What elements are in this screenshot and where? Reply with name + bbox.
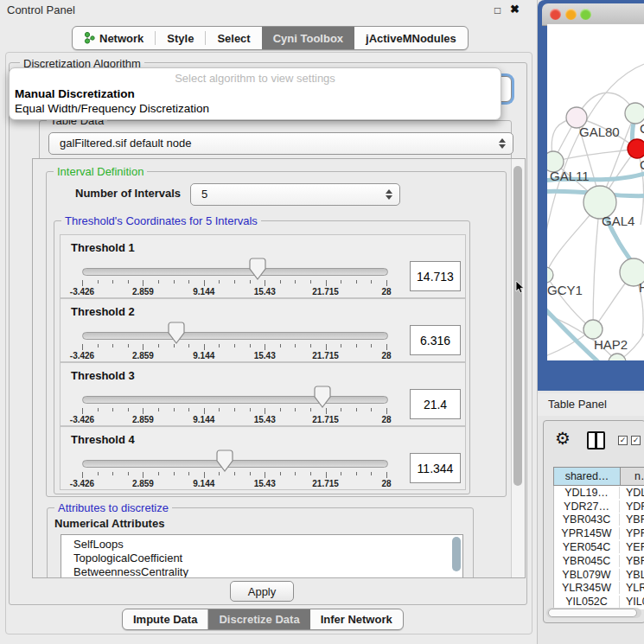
threshold-slider-handle[interactable] (168, 322, 185, 344)
threshold-slider-track[interactable] (82, 332, 388, 340)
tab-discretize-data[interactable]: Discretize Data (208, 609, 309, 629)
network-node[interactable] (583, 320, 603, 339)
close-traffic-light[interactable] (550, 9, 561, 20)
table-data-combobox[interactable]: galFiltered.sif default node (48, 132, 513, 155)
network-node[interactable] (609, 354, 626, 360)
network-edge[interactable] (593, 202, 600, 329)
tab-infer-network[interactable]: Infer Network (310, 609, 403, 629)
table-row[interactable]: YIL052CYIL0 (554, 595, 644, 609)
threshold-slider-track[interactable] (82, 268, 388, 276)
table-row[interactable]: YER054CYER0 (554, 540, 644, 554)
cell-name[interactable]: YLR3 (620, 582, 644, 594)
threshold-label: Threshold 4 (71, 433, 135, 446)
threshold-value-field[interactable]: 21.4 (410, 389, 461, 419)
table-row[interactable]: YDL19…YDL1 (554, 486, 644, 500)
threshold-value-field[interactable]: 6.316 (410, 325, 461, 355)
tab-impute-data[interactable]: Impute Data (123, 609, 208, 629)
slider-tick (341, 344, 341, 348)
threshold-slider-track[interactable] (82, 460, 388, 468)
cell-shared-name[interactable]: YLR345W (554, 582, 620, 594)
cell-name[interactable]: YBL0 (620, 569, 644, 581)
numerical-attributes-list[interactable]: SelfLoopsTopologicalCoefficientBetweenne… (61, 534, 463, 578)
slider-tick-label: 21.715 (296, 479, 356, 488)
threshold-slider-handle[interactable] (314, 386, 331, 408)
cell-shared-name[interactable]: YBR043C (554, 513, 620, 526)
cell-name[interactable]: YER0 (620, 541, 644, 553)
slider-tick (219, 408, 220, 411)
number-of-intervals-combobox[interactable]: 5 (190, 183, 400, 206)
horizontal-scrollbar-thumb[interactable] (548, 609, 637, 617)
apply-button[interactable]: Apply (230, 581, 294, 602)
float-window-icon[interactable]: □ (494, 4, 501, 16)
menu-item-manual-discretization[interactable]: Manual Discretization (15, 87, 135, 100)
threshold-value-field[interactable]: 14.713 (410, 261, 461, 291)
threshold-value-field[interactable]: 11.344 (410, 453, 461, 483)
network-selected-node[interactable] (628, 139, 644, 158)
network-view-window: GAL80GAL11GAL4GCY1HAP2GAGAHA (538, 0, 644, 391)
tab-cyni-toolbox[interactable]: Cyni Toolbox (262, 27, 354, 49)
tab-jactivemnodules[interactable]: jActiveMNodules (354, 27, 468, 49)
attribute-list-item[interactable]: BetweennessCentrality (61, 565, 462, 578)
cell-shared-name[interactable]: YBL079W (554, 569, 620, 581)
tab-select[interactable]: Select (206, 27, 261, 49)
cell-shared-name[interactable]: YDL19… (554, 487, 620, 499)
cell-name[interactable]: YDR2 (620, 501, 644, 513)
table-row[interactable]: YLR345WYLR3 (554, 582, 644, 596)
interval-definition-group: Interval Definition Number of Intervals … (46, 171, 507, 497)
cell-shared-name[interactable]: YIL052C (554, 596, 620, 608)
tab-network[interactable]: Network (73, 27, 155, 49)
threshold-panel: Threshold 4 -3.4262.8599.14415.4321.7152… (60, 426, 466, 490)
cell-name[interactable]: YBR0 (620, 513, 644, 526)
table-row[interactable]: YBL079WYBL0 (554, 568, 644, 582)
algorithm-placeholder: Select algorithm to view settings (10, 72, 501, 85)
slider-tick (386, 472, 387, 478)
network-edge[interactable] (553, 149, 637, 162)
column-header-name[interactable]: n… (621, 467, 644, 486)
table-row[interactable]: YPR145WYPR1 (554, 526, 644, 540)
checkbox-icon[interactable]: ✓ (631, 436, 641, 445)
slider-tick (112, 472, 113, 475)
horizontal-scrollbar[interactable] (546, 608, 641, 618)
cell-name[interactable]: YBR0 (620, 555, 644, 567)
tab-style[interactable]: Style (156, 27, 205, 49)
gear-icon[interactable]: ⚙ (555, 428, 571, 449)
table-row[interactable]: YBR043CYBR0 (554, 513, 644, 527)
network-window-titlebar[interactable] (542, 3, 644, 26)
cell-name[interactable]: YIL0 (620, 596, 644, 608)
threshold-panel: Threshold 2 -3.4262.8599.14415.4321.7152… (60, 298, 466, 362)
zoom-traffic-light[interactable] (580, 9, 591, 20)
slider-tick-label: 28 (356, 415, 417, 424)
network-node[interactable] (547, 267, 553, 283)
attribute-list-item[interactable]: TopologicalCoefficient (61, 552, 462, 565)
slider-tick-label: 21.715 (296, 415, 356, 424)
close-icon[interactable]: ✖ (510, 3, 520, 16)
network-edge[interactable] (547, 311, 617, 360)
cell-shared-name[interactable]: YBR045C (554, 555, 620, 567)
table-row[interactable]: YDR27…YDR2 (554, 500, 644, 513)
cell-shared-name[interactable]: YPR145W (554, 527, 620, 539)
slider-tick-label: 28 (356, 479, 417, 488)
threshold-slider-track[interactable] (82, 396, 388, 404)
threshold-slider-handle[interactable] (249, 258, 266, 280)
columns-icon[interactable] (587, 431, 605, 450)
vertical-scrollbar-thumb[interactable] (513, 166, 522, 486)
threshold-slider-handle[interactable] (216, 450, 233, 472)
slider-tick (204, 408, 205, 414)
network-canvas[interactable]: GAL80GAL11GAL4GCY1HAP2GAGAHA (547, 24, 644, 360)
column-header-shared-name[interactable]: shared… (553, 467, 621, 486)
attribute-list-item[interactable]: SelfLoops (61, 538, 462, 552)
table-row[interactable]: YBR045CYBR0 (554, 554, 644, 568)
list-scrollbar-thumb[interactable] (452, 537, 461, 571)
vertical-scrollbar[interactable] (511, 159, 525, 577)
slider-tick (310, 408, 311, 411)
cell-name[interactable]: YDL1 (620, 487, 644, 499)
cell-shared-name[interactable]: YDR27… (554, 501, 620, 513)
control-panel-title: Control Panel (7, 3, 75, 16)
checkbox-icon[interactable]: ✓ (618, 436, 628, 445)
minimize-traffic-light[interactable] (565, 9, 577, 20)
menu-item-equal-width-frequency[interactable]: Equal Width/Frequency Discretization (15, 102, 209, 115)
attributes-group-label: Attributes to discretize (54, 501, 172, 514)
cell-shared-name[interactable]: YER054C (554, 541, 620, 553)
cell-name[interactable]: YPR1 (620, 527, 644, 539)
slider-tick-label: 9.144 (174, 287, 234, 296)
